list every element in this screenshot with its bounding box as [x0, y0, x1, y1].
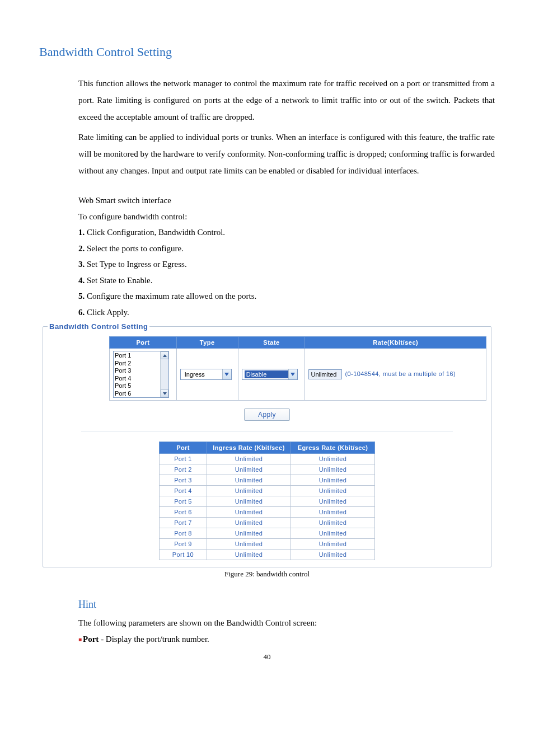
table-cell: Port 7	[160, 518, 207, 528]
port-list-option[interactable]: Port 1	[115, 352, 160, 360]
table-cell: Unlimited	[207, 464, 291, 475]
table-cell: Port 3	[160, 475, 207, 486]
hint-bullet: ■Port - Display the port/trunk number.	[78, 631, 495, 647]
port-list-option[interactable]: Port 5	[115, 382, 160, 390]
bandwidth-fieldset: Bandwidth Control Setting Port Type Stat…	[43, 322, 491, 567]
figure-caption: Figure 29: bandwidth control	[39, 570, 495, 579]
port-list-option[interactable]: Port 4	[115, 375, 160, 383]
scroll-down-icon[interactable]	[161, 389, 168, 397]
chevron-down-icon[interactable]	[222, 369, 231, 379]
table-cell: Port 5	[160, 496, 207, 507]
table-cell: Unlimited	[291, 550, 375, 560]
subhead-toconf: To configure bandwidth control:	[78, 209, 495, 225]
divider	[81, 431, 453, 431]
config-table: Port Type State Rate(Kbit/sec) Port 1Por…	[109, 336, 486, 401]
type-select[interactable]: Ingress	[180, 369, 232, 380]
th-rates-ingress: Ingress Rate (Kbit/sec)	[207, 442, 291, 454]
bullet-term: Port	[83, 635, 101, 644]
fieldset-legend: Bandwidth Control Setting	[48, 322, 149, 331]
table-row: Port 4UnlimitedUnlimited	[160, 486, 375, 496]
page-number: 40	[39, 652, 495, 661]
type-select-value: Ingress	[183, 370, 222, 378]
th-rates-egress: Egress Rate (Kbit/sec)	[291, 442, 375, 454]
port-list-scrollbar[interactable]	[160, 351, 168, 397]
step-item: 6. Click Apply.	[78, 304, 495, 321]
table-cell: Unlimited	[207, 486, 291, 496]
square-bullet-icon: ■	[78, 636, 82, 642]
table-cell: Unlimited	[207, 475, 291, 486]
page-title: Bandwidth Control Setting	[39, 45, 495, 59]
bullet-desc: - Display the port/trunk number.	[101, 635, 209, 644]
table-row: Port 10UnlimitedUnlimited	[160, 550, 375, 560]
table-cell: Unlimited	[207, 454, 291, 464]
state-select-value: Disable	[245, 370, 288, 378]
table-cell: Port 6	[160, 507, 207, 518]
table-cell: Port 4	[160, 486, 207, 496]
port-listbox[interactable]: Port 1Port 2Port 3Port 4Port 5Port 6	[113, 351, 169, 398]
rates-table-body: Port 1UnlimitedUnlimitedPort 2UnlimitedU…	[160, 454, 375, 560]
th-rates-port: Port	[160, 442, 207, 454]
rate-input[interactable]	[308, 369, 342, 379]
table-cell: Unlimited	[207, 507, 291, 518]
table-cell: Unlimited	[291, 464, 375, 475]
step-item: 2. Select the ports to configure.	[78, 241, 495, 257]
port-list-option[interactable]: Port 6	[115, 390, 160, 398]
table-cell: Unlimited	[207, 539, 291, 550]
table-cell: Port 8	[160, 528, 207, 539]
scroll-up-icon[interactable]	[161, 351, 168, 359]
table-row: Port 7UnlimitedUnlimited	[160, 518, 375, 528]
port-list-option[interactable]: Port 2	[115, 360, 160, 368]
table-cell: Unlimited	[207, 496, 291, 507]
subhead-wss: Web Smart switch interface	[78, 192, 495, 209]
table-cell: Port 10	[160, 550, 207, 560]
table-cell: Unlimited	[291, 518, 375, 528]
table-row: Port 6UnlimitedUnlimited	[160, 507, 375, 518]
th-rate: Rate(Kbit/sec)	[305, 337, 486, 349]
hint-intro: The following parameters are shown on th…	[78, 615, 495, 631]
table-cell: Port 9	[160, 539, 207, 550]
step-item: 5. Configure the maximum rate allowed on…	[78, 288, 495, 304]
table-cell: Unlimited	[291, 454, 375, 464]
th-type: Type	[176, 337, 238, 349]
paragraph-1: This function allows the network manager…	[78, 75, 495, 125]
table-cell: Unlimited	[291, 528, 375, 539]
table-row: Port 5UnlimitedUnlimited	[160, 496, 375, 507]
table-cell: Unlimited	[207, 518, 291, 528]
table-cell: Port 1	[160, 454, 207, 464]
table-cell: Unlimited	[291, 539, 375, 550]
table-row: Port 1UnlimitedUnlimited	[160, 454, 375, 464]
apply-button[interactable]: Apply	[244, 408, 290, 421]
table-cell: Unlimited	[207, 550, 291, 560]
hint-heading: Hint	[78, 599, 495, 611]
port-list-option[interactable]: Port 3	[115, 367, 160, 375]
th-port: Port	[110, 337, 177, 349]
table-row: Port 3UnlimitedUnlimited	[160, 475, 375, 486]
table-cell: Unlimited	[291, 507, 375, 518]
rate-hint-text: (0-1048544, must be a multiple of 16)	[345, 370, 456, 377]
th-state: State	[238, 337, 305, 349]
table-row: Port 8UnlimitedUnlimited	[160, 528, 375, 539]
state-select[interactable]: Disable	[242, 369, 298, 380]
table-cell: Port 2	[160, 464, 207, 475]
steps-list: 1. Click Configuration, Bandwidth Contro…	[78, 224, 495, 320]
table-cell: Unlimited	[291, 486, 375, 496]
table-cell: Unlimited	[207, 528, 291, 539]
table-row: Port 2UnlimitedUnlimited	[160, 464, 375, 475]
table-row: Port 9UnlimitedUnlimited	[160, 539, 375, 550]
step-item: 3. Set Type to Ingress or Egress.	[78, 256, 495, 273]
step-item: 1. Click Configuration, Bandwidth Contro…	[78, 224, 495, 241]
table-cell: Unlimited	[291, 475, 375, 486]
step-item: 4. Set State to Enable.	[78, 273, 495, 289]
port-list-items[interactable]: Port 1Port 2Port 3Port 4Port 5Port 6	[114, 351, 160, 397]
chevron-down-icon[interactable]	[288, 369, 297, 379]
paragraph-2: Rate limiting can be applied to individu…	[78, 129, 495, 179]
table-cell: Unlimited	[291, 496, 375, 507]
rates-table: Port Ingress Rate (Kbit/sec) Egress Rate…	[159, 442, 375, 560]
